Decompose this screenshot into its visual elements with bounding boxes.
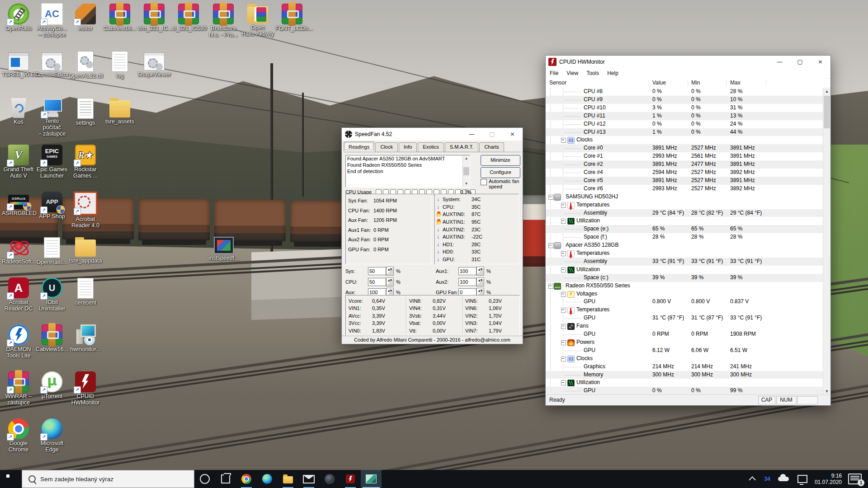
desktop-icon-shapeviewer[interactable]: ShapeViewer: [137, 51, 171, 78]
speedfan-titlebar[interactable]: SpeedFan 4.52 — ▢ ×: [342, 128, 523, 141]
checkbox-icon[interactable]: [481, 179, 487, 185]
close-window-icon[interactable]: ×: [810, 56, 830, 68]
taskbar-button-cortana[interactable]: [194, 470, 215, 488]
desktop-icon-vlm-321-ic[interactable]: vlm_321_IC...: [137, 4, 171, 32]
taskbar-button-task-view[interactable]: [215, 470, 236, 488]
desktop-icon-instspeedf[interactable]: instspeedf...: [207, 234, 241, 261]
menu-view[interactable]: View: [562, 70, 582, 76]
column-min[interactable]: Min: [691, 80, 700, 86]
sensor-row-cpu-8[interactable]: CPU #80 %0 %28 %: [546, 88, 823, 96]
spinner-arrows-icon[interactable]: ▲▼: [386, 267, 394, 276]
taskbar-search-input[interactable]: Sem zadejte hledaný výraz: [22, 470, 194, 488]
tab-clock[interactable]: Clock: [375, 142, 398, 152]
onedrive-icon[interactable]: [778, 477, 789, 481]
sensor-row-core-0[interactable]: Core #03891 MHz2527 MHz3891 MHz: [546, 144, 823, 152]
column-sensor[interactable]: Sensor: [549, 80, 566, 86]
desktop-icon-grand-theft-auto-v[interactable]: ↗Grand Theft Auto V: [2, 145, 35, 179]
sensor-row-cpu-13[interactable]: CPU #131 %0 %44 %: [546, 128, 823, 136]
desktop-icon-editor[interactable]: ↗editor: [69, 4, 102, 32]
sensor-row-gpu[interactable]: GPU31 °C (87 °F)31 °C (87 °F)33 °C (91 °…: [546, 314, 823, 322]
menu-tools[interactable]: Tools: [582, 70, 603, 76]
desktop-icon-log[interactable]: log: [103, 51, 137, 79]
spinner-input[interactable]: 50: [368, 267, 386, 275]
sensor-row-cpu-11[interactable]: CPU #111 %0 %13 %: [546, 112, 823, 120]
speedfan-log-scrollbar[interactable]: ▲ ▼: [462, 155, 470, 187]
sensor-row-assembly[interactable]: Assembly33 °C (91 °F)33 °C (91 °F)33 °C …: [546, 258, 823, 266]
desktop-icon-tsre-assets[interactable]: tsre_assets: [103, 98, 137, 125]
network-icon[interactable]: [797, 475, 807, 483]
spinner-input[interactable]: 50: [368, 278, 386, 286]
scroll-down-icon[interactable]: ▼: [823, 388, 830, 395]
sensor-row-gpu[interactable]: GPU6.12 W6.06 W6.51 W: [546, 347, 823, 355]
tray-overflow-chevron-icon[interactable]: [749, 476, 756, 483]
desktop-icon-hwmonitor[interactable]: hwmonitor...: [69, 324, 102, 352]
tree-collapse-icon[interactable]: [561, 203, 566, 208]
taskbar-clock[interactable]: 9:16 01.07.2020: [815, 473, 842, 485]
tab-info[interactable]: Info: [399, 142, 417, 152]
desktop-icon-openrails[interactable]: OpenRails...: [35, 237, 69, 265]
minimize-window-icon[interactable]: —: [462, 128, 482, 141]
desktop-icon-vl-321-ic580[interactable]: vl_321_IC580: [172, 4, 205, 32]
spinner-arrows-icon[interactable]: ▲▼: [476, 277, 484, 286]
sensor-group-voltages[interactable]: Voltages: [546, 290, 823, 298]
tree-collapse-icon[interactable]: [561, 251, 566, 256]
speedfan-log-box[interactable]: Found Apacer AS350 128GB on AdvSMARTFoun…: [345, 155, 470, 188]
start-button[interactable]: [0, 470, 22, 488]
spinner-arrows-icon[interactable]: ▲▼: [386, 277, 394, 286]
sensor-group-clocks[interactable]: Clocks: [546, 136, 823, 144]
hwmonitor-scrollbar[interactable]: ▲ ▼: [823, 88, 830, 395]
sensor-group-clocks[interactable]: Clocks: [546, 355, 823, 363]
hwmonitor-column-headers[interactable]: Sensor Value Min Max: [546, 78, 823, 88]
tab-readings[interactable]: Readings: [344, 141, 374, 151]
sensor-row-gpu[interactable]: GPU0 %0 %99 %: [546, 387, 823, 395]
desktop-icon-openrails[interactable]: ↗OpenRails: [2, 4, 35, 32]
desktop-icon-font-lcds[interactable]: FONT_LCDs...: [275, 4, 309, 32]
taskbar-button-speedfan-active[interactable]: [361, 470, 382, 488]
desktop-icon-tsre-appdata[interactable]: tsre_appdata: [69, 237, 102, 264]
minimize-window-icon[interactable]: —: [769, 56, 790, 68]
spinner-input[interactable]: 100: [458, 267, 476, 275]
desktop-icon-app-shop[interactable]: ↗APP Shop: [35, 192, 69, 220]
spinner-input[interactable]: 100: [458, 278, 476, 286]
minimize-button[interactable]: Minimize: [481, 155, 520, 166]
sensor-row-graphics[interactable]: Graphics214 MHz214 MHz241 MHz: [546, 363, 823, 371]
tree-collapse-icon[interactable]: [561, 267, 566, 272]
desktop-icon-open-rails-aktivity[interactable]: Open Rails-Aktivity: [241, 4, 274, 37]
desktop-icon-consisteditor[interactable]: ConsistEditor: [35, 51, 69, 78]
sensor-row-core-2[interactable]: Core #23891 MHz2477 MHz3891 MHz: [546, 160, 823, 169]
tree-collapse-icon[interactable]: [561, 324, 566, 329]
sensor-row-cpu-10[interactable]: CPU #103 %0 %31 %: [546, 104, 823, 112]
column-value[interactable]: Value: [652, 80, 666, 86]
tab-charts[interactable]: Charts: [479, 142, 504, 152]
menu-file[interactable]: File: [546, 70, 562, 76]
sensor-tree[interactable]: CPU #80 %0 %28 %CPU #90 %0 %10 %CPU #103…: [546, 88, 823, 395]
sensor-group-radeon-rx550-550-series[interactable]: Radeon RX550/550 Series: [546, 282, 823, 290]
sensor-group-temperatures[interactable]: Temperatures: [546, 201, 823, 209]
sensor-row-cpu-9[interactable]: CPU #90 %0 %10 %: [546, 96, 823, 104]
desktop-icon-cerecent[interactable]: cerecent: [69, 277, 102, 306]
desktop-icon-torrent[interactable]: ↗μTorrent: [35, 371, 69, 399]
desktop-icon-openal32-dll[interactable]: OpenAL32.dll: [69, 51, 102, 79]
tab-s-m-a-r-t[interactable]: S.M.A.R.T.: [445, 142, 479, 152]
desktop-icon-activityco-z-stupce[interactable]: ↗ActivityCo... – zástupce: [35, 4, 69, 38]
taskbar-button-cpuid-hwmonitor[interactable]: [340, 470, 361, 488]
column-max[interactable]: Max: [730, 80, 741, 86]
sensor-row-core-6[interactable]: Core #62993 MHz2527 MHz3892 MHz: [546, 185, 823, 193]
sensor-row-gpu[interactable]: GPU0 RPM0 RPM1908 RPM: [546, 330, 823, 338]
desktop-icon-google-chrome[interactable]: ↗Google Chrome: [2, 418, 35, 453]
sensor-group-utilization[interactable]: Utilization: [546, 266, 823, 274]
desktop-icon-cabview16[interactable]: Cabview16...: [103, 4, 137, 32]
scroll-up-icon[interactable]: ▲: [463, 155, 470, 162]
sensor-row-cpu-12[interactable]: CPU #120 %0 %24 %: [546, 120, 823, 128]
tree-collapse-icon[interactable]: [561, 308, 566, 313]
sensor-group-fans[interactable]: Fans: [546, 322, 823, 330]
hwmonitor-titlebar[interactable]: CPUID HWMonitor — ▢ ×: [546, 56, 830, 68]
sensor-row-memory[interactable]: Memory300 MHz300 MHz300 MHz: [546, 371, 823, 379]
tree-collapse-icon[interactable]: [548, 284, 553, 289]
scroll-thumb[interactable]: [463, 167, 469, 175]
tree-collapse-icon[interactable]: [561, 357, 566, 361]
desktop-icon-cabview16[interactable]: Cabview16...: [35, 324, 69, 352]
action-center-icon[interactable]: 1: [848, 474, 862, 484]
configure-button[interactable]: Configure: [481, 167, 520, 178]
taskbar-button-app-circle[interactable]: [319, 470, 340, 488]
